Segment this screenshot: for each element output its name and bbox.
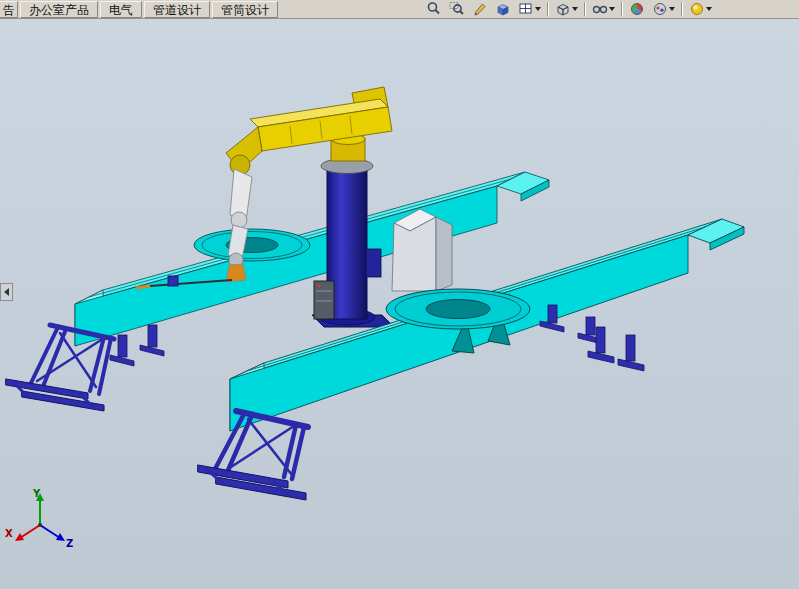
- view-orientation-icon[interactable]: [514, 1, 544, 18]
- view-settings-icon[interactable]: [685, 1, 715, 18]
- toolbar-separator: [621, 2, 622, 16]
- toolbar-separator: [547, 2, 548, 16]
- triad-z-label: Z: [66, 538, 73, 549]
- zoom-to-area-icon[interactable]: [445, 1, 468, 18]
- chevron-down-icon: [669, 7, 675, 11]
- edit-appearance-icon[interactable]: [625, 1, 648, 18]
- cad-application-window: { "tabbar": { "tabs": [ {"label": "告"}, …: [0, 0, 799, 589]
- left-beam-turntable-ring[interactable]: [194, 229, 310, 261]
- chevron-down-icon: [609, 7, 615, 11]
- orientation-cube-icon[interactable]: [491, 1, 514, 18]
- tab-partial[interactable]: 告: [0, 1, 18, 18]
- chevron-down-icon: [706, 7, 712, 11]
- triad-x-label: X: [5, 528, 13, 539]
- chevron-left-icon: [4, 288, 9, 296]
- right-beam-turntable-ring[interactable]: [386, 289, 530, 329]
- toolbar-separator: [681, 2, 682, 16]
- section-view-icon[interactable]: [468, 1, 491, 18]
- hide-show-items-icon[interactable]: [588, 1, 618, 18]
- tab-tube-design[interactable]: 管筒设计: [212, 1, 278, 18]
- graphics-viewport[interactable]: Y X Z: [0, 19, 799, 589]
- tab-office-products[interactable]: 办公室产品: [20, 1, 98, 18]
- apply-scene-icon[interactable]: [648, 1, 678, 18]
- panel-collapse-arrow[interactable]: [0, 283, 13, 301]
- chevron-down-icon: [535, 7, 541, 11]
- zoom-to-fit-icon[interactable]: [422, 1, 445, 18]
- fixture-wedge[interactable]: [392, 209, 452, 291]
- chevron-down-icon: [572, 7, 578, 11]
- controller-box[interactable]: [314, 281, 334, 319]
- tab-electrical[interactable]: 电气: [100, 1, 142, 18]
- command-tab-bar: 告 办公室产品 电气 管道设计 管筒设计: [0, 0, 799, 19]
- display-style-icon[interactable]: [551, 1, 581, 18]
- toolbar-separator: [584, 2, 585, 16]
- triad-y-label: Y: [32, 488, 41, 499]
- tab-piping-design[interactable]: 管道设计: [144, 1, 210, 18]
